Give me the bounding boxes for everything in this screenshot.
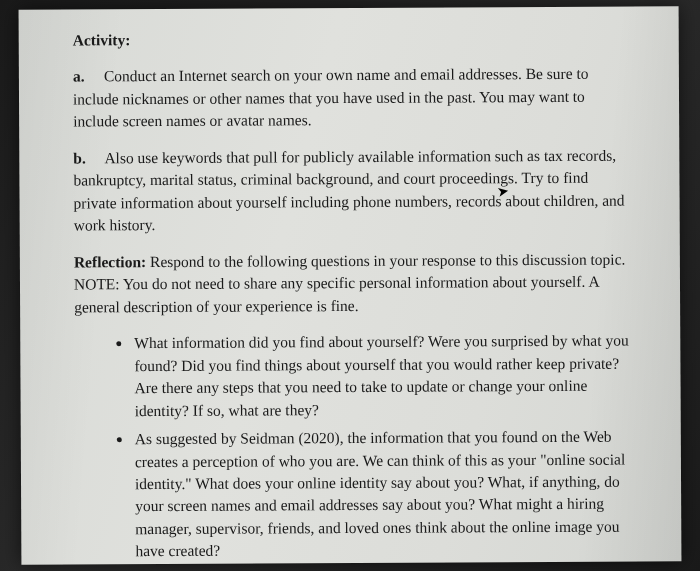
reflection-paragraph: Reflection: Respond to the following que… bbox=[74, 248, 632, 318]
reflection-label: Reflection: bbox=[74, 253, 146, 270]
document-page: Activity: a. Conduct an Internet search … bbox=[19, 6, 682, 564]
activity-item-a: a. Conduct an Internet search on your ow… bbox=[73, 63, 631, 133]
item-a-label: a. bbox=[73, 68, 85, 85]
item-a-text: Conduct an Internet search on your own n… bbox=[73, 65, 589, 130]
list-item: As suggested by Seidman (2020), the info… bbox=[133, 426, 634, 563]
activity-item-b: b. Also use keywords that pull for publi… bbox=[73, 144, 631, 237]
list-item: What information did you find about your… bbox=[132, 330, 632, 422]
item-b-text: Also use keywords that pull for publicly… bbox=[73, 146, 624, 233]
activity-heading: Activity: bbox=[73, 27, 631, 52]
reflection-bullets: What information did you find about your… bbox=[74, 330, 633, 564]
reflection-text: Respond to the following questions in yo… bbox=[74, 250, 625, 315]
item-b-label: b. bbox=[73, 149, 86, 166]
